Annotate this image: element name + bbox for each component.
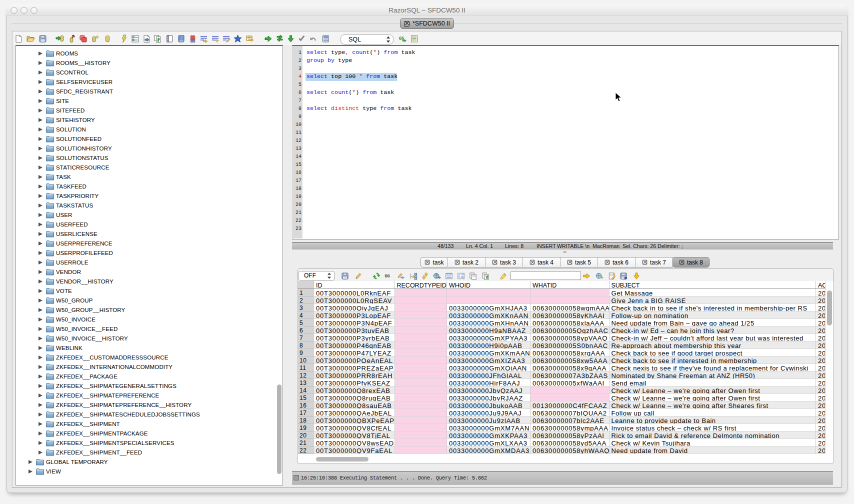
svg-text:66: 66 xyxy=(384,273,390,278)
